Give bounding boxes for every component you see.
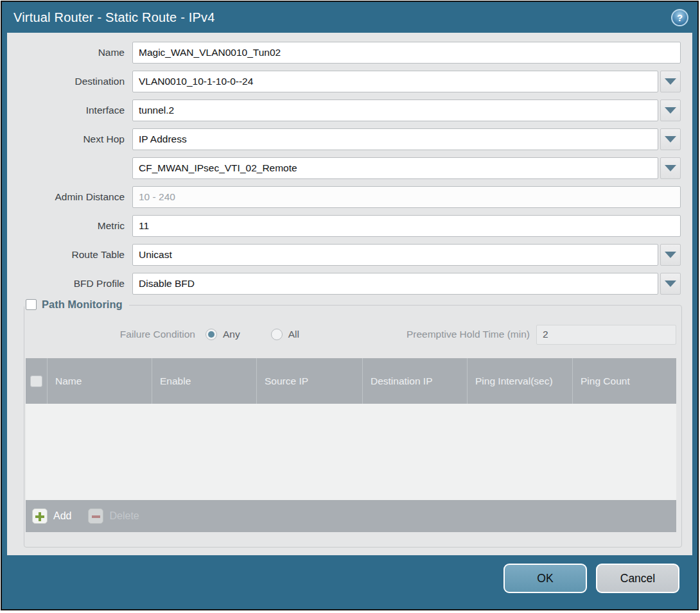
path-monitoring-title: Path Monitoring (42, 298, 123, 311)
name-label: Name (12, 47, 132, 58)
static-route-dialog: Virtual Router - Static Route - IPv4 ? N… (1, 1, 699, 610)
dialog-title: Virtual Router - Static Route - IPv4 (13, 10, 215, 25)
bfd-profile-label: BFD Profile (12, 278, 132, 289)
interface-dropdown-button[interactable] (660, 99, 681, 121)
chevron-down-icon (665, 107, 676, 114)
route-table-row: Route Table (12, 244, 681, 266)
path-monitoring-table: Name Enable Source IP Destination IP Pin… (26, 358, 676, 532)
chevron-down-icon (665, 78, 676, 85)
add-button-label: Add (53, 510, 71, 522)
table-body-empty (26, 404, 676, 500)
next-hop-type-input[interactable] (132, 128, 658, 150)
table-footer: Add Delete (26, 500, 676, 532)
destination-label: Destination (12, 76, 132, 87)
next-hop-address-input[interactable] (132, 157, 658, 179)
next-hop-label: Next Hop (12, 134, 132, 145)
failure-condition-label: Failure Condition (26, 329, 198, 340)
failure-condition-any-label: Any (223, 329, 240, 340)
interface-label: Interface (12, 105, 132, 116)
destination-input[interactable] (132, 71, 658, 92)
next-hop-address-dropdown-button[interactable] (660, 157, 681, 179)
destination-dropdown-button[interactable] (660, 71, 681, 92)
failure-condition-all-label: All (288, 329, 299, 340)
preemptive-hold-label: Preemptive Hold Time (min) (299, 329, 536, 340)
name-input[interactable] (132, 42, 681, 64)
column-header-ping-count: Ping Count (573, 358, 676, 404)
delete-button-label: Delete (109, 510, 139, 522)
minus-icon (88, 508, 103, 524)
select-all-cell (26, 358, 48, 404)
admin-distance-input[interactable] (132, 186, 681, 208)
ok-button[interactable]: OK (503, 564, 587, 593)
route-table-input[interactable] (132, 244, 658, 266)
chevron-down-icon (665, 252, 676, 258)
table-header: Name Enable Source IP Destination IP Pin… (26, 358, 676, 404)
failure-condition-all-radio[interactable] (271, 329, 283, 340)
column-header-name: Name (48, 358, 152, 404)
failure-condition-any-radio[interactable] (206, 329, 217, 340)
bfd-profile-dropdown-button[interactable] (660, 273, 681, 295)
next-hop-type-dropdown-button[interactable] (660, 128, 681, 150)
column-header-destination-ip: Destination IP (363, 358, 468, 404)
column-header-source-ip: Source IP (257, 358, 363, 404)
path-monitoring-legend: Path Monitoring (24, 298, 129, 311)
route-table-label: Route Table (12, 249, 132, 261)
dialog-footer: OK Cancel (2, 555, 697, 609)
path-monitoring-checkbox[interactable] (26, 299, 37, 310)
admin-distance-label: Admin Distance (12, 191, 132, 203)
column-header-ping-interval: Ping Interval(sec) (468, 358, 573, 404)
next-hop-row: Next Hop (12, 128, 681, 150)
path-monitoring-section: Path Monitoring Failure Condition Any Al… (24, 305, 682, 548)
failure-condition-row: Failure Condition Any All Preemptive Hol… (26, 324, 676, 345)
delete-button[interactable]: Delete (88, 508, 139, 524)
help-icon[interactable]: ? (671, 9, 688, 26)
plus-icon (32, 508, 48, 524)
metric-label: Metric (12, 220, 132, 232)
metric-row: Metric (12, 215, 681, 237)
next-hop-address-row (12, 157, 681, 179)
name-row: Name (12, 42, 681, 64)
column-header-enable: Enable (152, 358, 257, 404)
bfd-profile-input[interactable] (132, 273, 658, 295)
cancel-button[interactable]: Cancel (596, 564, 679, 593)
bfd-profile-row: BFD Profile (12, 273, 681, 295)
select-all-checkbox[interactable] (30, 376, 42, 387)
chevron-down-icon (665, 281, 676, 287)
metric-input[interactable] (132, 215, 681, 237)
chevron-down-icon (665, 136, 676, 142)
route-table-dropdown-button[interactable] (660, 244, 681, 266)
destination-row: Destination (12, 71, 681, 92)
chevron-down-icon (665, 165, 676, 171)
form-panel: Name Destination Interface (7, 33, 692, 555)
help-glyph: ? (677, 12, 683, 23)
add-button[interactable]: Add (32, 508, 71, 524)
interface-input[interactable] (132, 99, 658, 121)
dialog-title-bar: Virtual Router - Static Route - IPv4 ? (2, 2, 697, 33)
interface-row: Interface (12, 99, 681, 121)
admin-distance-row: Admin Distance (12, 186, 681, 208)
preemptive-hold-input[interactable] (536, 325, 676, 345)
